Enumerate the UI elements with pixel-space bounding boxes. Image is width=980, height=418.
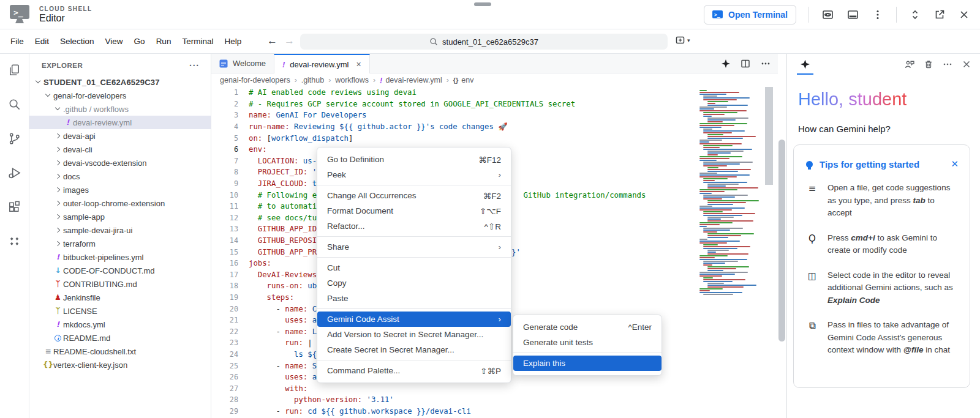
sub-generate-unit-tests[interactable]: Generate unit tests xyxy=(513,335,662,350)
source-control-icon[interactable] xyxy=(7,132,21,148)
minimap[interactable] xyxy=(698,90,761,384)
tree-item-sample-app[interactable]: sample-app xyxy=(29,210,211,223)
tree-item-genai-for-developers[interactable]: genai-for-developers xyxy=(29,89,211,102)
tree-item-docs[interactable]: docs xyxy=(29,170,211,183)
ctx-peek[interactable]: Peek› xyxy=(317,167,511,182)
search-panel-icon[interactable] xyxy=(7,97,21,114)
ctx-change-all-occurrences[interactable]: Change All Occurrences⌘F2 xyxy=(317,188,511,203)
gemini-chat-tab[interactable] xyxy=(797,54,813,75)
menu-terminal[interactable]: Terminal xyxy=(176,37,219,46)
code-line-28[interactable]: 28 python-version: '3.11' xyxy=(211,394,778,406)
ctx-add-version-to-secret-in-secret-manager[interactable]: Add Version to Secret in Secret Manager.… xyxy=(317,327,511,342)
tree-item-readme-cloudshell-txt[interactable]: ≡README-cloudshell.txt xyxy=(29,345,211,358)
gemini-activity-icon[interactable] xyxy=(7,234,21,251)
tab-close-icon[interactable]: × xyxy=(356,59,361,69)
code-line-29[interactable]: 29 - run: cd ${{ github.workspace }}/dev… xyxy=(211,406,778,417)
tree-item-readme-md[interactable]: iREADME.md xyxy=(29,331,211,345)
breadcrumb-workflows[interactable]: workflows xyxy=(335,76,369,84)
submenu-arrow-icon: › xyxy=(499,170,502,179)
sub-explain-this[interactable]: Explain this xyxy=(513,356,662,371)
menu-go[interactable]: Go xyxy=(129,37,151,46)
navigate-forward-icon[interactable]: → xyxy=(284,35,295,47)
search-input[interactable]: student_01_ce62a6529c37 xyxy=(300,34,668,50)
tree-item-code-of-conduct-md[interactable]: ↓CODE-OF-CONDUCT.md xyxy=(29,264,211,277)
gemini-sparkle-icon[interactable] xyxy=(722,59,730,68)
code-line-3[interactable]: 3name: GenAI For Developers xyxy=(211,110,778,121)
tree-item-devai-review-yml[interactable]: !devai-review.yml xyxy=(29,116,211,129)
tree-item-student-01-ce62a6529c37[interactable]: STUDENT_01_CE62A6529C37 xyxy=(29,75,211,89)
breadcrumb-genai-for-developers[interactable]: genai-for-developers xyxy=(220,76,290,84)
tree-item-devai-vscode-extension[interactable]: devai-vscode-extension xyxy=(29,156,211,170)
code-line-5[interactable]: 5on: [workflow_dispatch] xyxy=(211,132,778,144)
code-line-2[interactable]: 2# - Requires GCP service account stored… xyxy=(211,99,778,110)
more-options-icon[interactable] xyxy=(872,9,884,21)
open-terminal-button[interactable]: >_ Open Terminal xyxy=(704,5,796,24)
ctx-go-to-definition[interactable]: Go to Definition⌘F12 xyxy=(317,152,511,167)
code-token: ls ${ xyxy=(249,350,317,359)
tree-item-terraform[interactable]: terraform xyxy=(29,237,211,250)
tree-item-images[interactable]: images xyxy=(29,183,211,196)
collapse-expand-icon[interactable] xyxy=(909,9,921,21)
ctx-paste[interactable]: Paste xyxy=(317,291,511,306)
breadcrumb--github[interactable]: .github xyxy=(301,76,325,84)
ctx-gemini-code-assist[interactable]: Gemini Code Assist› xyxy=(317,312,511,327)
web-preview-icon[interactable] xyxy=(821,9,834,21)
feedback-icon[interactable] xyxy=(904,59,914,70)
tree-item-mkdocs-yml[interactable]: !mkdocs.yml xyxy=(29,318,211,331)
menu-file[interactable]: File xyxy=(5,37,29,46)
extensions-icon[interactable] xyxy=(7,200,21,217)
breadcrumb-devai-review-yml[interactable]: !devai-review.yml xyxy=(380,76,442,85)
ctx-cut[interactable]: Cut xyxy=(317,260,511,275)
tree-item-devai-cli[interactable]: devai-cli xyxy=(29,143,211,156)
editor-scrollbar[interactable] xyxy=(765,87,773,185)
tree-item-bitbucket-pipelines-yml[interactable]: !bitbucket-pipelines.yml xyxy=(29,250,211,264)
ctx-create-secret-in-secret-manager[interactable]: Create Secret in Secret Manager... xyxy=(317,342,511,357)
ctx-copy[interactable]: Copy xyxy=(317,275,511,291)
tips-close-icon[interactable]: ✕ xyxy=(951,159,959,170)
workspace-switcher-icon[interactable]: ▾ xyxy=(675,35,690,46)
code-token: name: xyxy=(249,111,271,119)
ctx-command-palette[interactable]: Command Palette...⇧⌘P xyxy=(317,363,511,378)
tab-devai-review[interactable]: ! devai-review.yml × xyxy=(274,54,370,73)
tree-item-license[interactable]: ᛉLICENSE xyxy=(29,304,211,318)
menu-run[interactable]: Run xyxy=(151,37,177,46)
ctx-format-document[interactable]: Format Document⇧⌥F xyxy=(317,203,511,218)
code-line-27[interactable]: 27 with: xyxy=(211,383,778,394)
split-editor-icon[interactable] xyxy=(741,59,750,69)
panel-scrollbar[interactable] xyxy=(778,140,785,341)
tree-item-vertex-client-key-json[interactable]: {}vertex-client-key.json xyxy=(29,358,211,371)
tree-item-jenkinsfile[interactable]: ♟Jenkinsfile xyxy=(29,291,211,304)
tree-item-sample-devai-jira-ui[interactable]: sample-devai-jira-ui xyxy=(29,223,211,237)
sub-generate-code[interactable]: Generate code^Enter xyxy=(513,319,662,335)
breadcrumb-env[interactable]: {}env xyxy=(453,76,474,84)
navigate-back-icon[interactable]: ← xyxy=(267,35,277,47)
open-in-new-window-icon[interactable] xyxy=(933,9,946,21)
ctx-share[interactable]: Share› xyxy=(317,239,511,255)
menu-view[interactable]: View xyxy=(100,37,129,46)
tree-item-devai-api[interactable]: devai-api xyxy=(29,129,211,143)
breadcrumb-label: .github xyxy=(301,76,325,84)
code-line-1[interactable]: 1# AI enabled code reviews using devai xyxy=(211,87,778,99)
explorer-icon[interactable] xyxy=(7,63,21,80)
menu-edit[interactable]: Edit xyxy=(29,37,55,46)
editor-more-icon[interactable] xyxy=(761,59,771,69)
tree-item-contributing-md[interactable]: ᛉCONTRIBUTING.md xyxy=(29,277,211,291)
tree-item-outer-loop-chrome-extension[interactable]: outer-loop-chrome-extension xyxy=(29,196,211,210)
tree-item--github-workflows[interactable]: .github / workflows xyxy=(29,102,211,116)
close-icon[interactable] xyxy=(958,9,970,21)
explorer-more-icon[interactable]: ··· xyxy=(189,61,200,70)
toggle-panel-icon[interactable] xyxy=(846,9,859,21)
chevron-right-icon xyxy=(53,188,63,192)
delete-chat-icon[interactable] xyxy=(924,59,933,69)
code-token: JIRA_CLOUD: xyxy=(249,179,307,188)
code-line-4[interactable]: 4run-name: Reviewing ${{ github.actor }}… xyxy=(211,121,778,133)
menu-help[interactable]: Help xyxy=(219,37,247,46)
close-panel-icon[interactable] xyxy=(962,59,971,69)
gemini-more-icon[interactable] xyxy=(943,59,952,69)
window-drag-handle[interactable] xyxy=(474,2,491,6)
ctx-refactor[interactable]: Refactor...^⇧R xyxy=(317,218,511,234)
tip-text: Select code in the editor to reveal addi… xyxy=(827,269,959,307)
tab-welcome[interactable]: Welcome xyxy=(211,54,274,73)
menu-selection[interactable]: Selection xyxy=(55,37,100,46)
run-debug-icon[interactable] xyxy=(7,166,21,182)
